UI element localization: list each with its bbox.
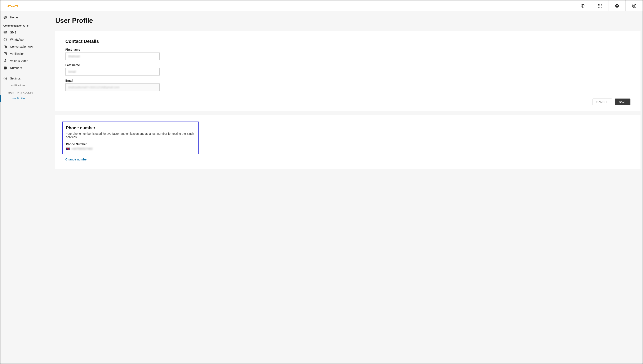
page-title: User Profile <box>55 17 640 24</box>
svg-rect-11 <box>601 7 601 8</box>
sidebar-item-settings[interactable]: Settings <box>1 75 47 82</box>
account-icon[interactable] <box>625 0 642 11</box>
svg-rect-7 <box>599 6 600 6</box>
svg-rect-20 <box>4 32 7 33</box>
svg-point-31 <box>5 78 6 79</box>
sidebar-item-conversation[interactable]: Conversation API <box>1 43 47 50</box>
sidebar-sub-section-identity: IDENTITY & ACCESS <box>1 88 47 95</box>
svg-point-23 <box>4 38 7 41</box>
last-name-label: Last name <box>65 64 630 67</box>
sinch-logo-icon <box>7 3 19 8</box>
top-header: ? <box>1 0 642 11</box>
sidebar-item-home[interactable]: Home <box>1 14 47 21</box>
sidebar-sub-user-profile[interactable]: User Profile <box>1 95 47 102</box>
first-name-field[interactable] <box>65 52 160 60</box>
svg-rect-8 <box>601 6 601 6</box>
cancel-button[interactable]: CANCEL <box>592 98 612 105</box>
change-number-link[interactable]: Change number <box>65 158 88 161</box>
conversation-icon <box>3 45 7 48</box>
sidebar-section-comm: Communication APIs <box>1 21 47 29</box>
phone-description: Your phone number is used for two-factor… <box>66 132 195 139</box>
phone-number-card: Phone number Your phone number is used f… <box>55 115 640 168</box>
sidebar-item-voice[interactable]: Voice & Video <box>1 57 47 64</box>
whatsapp-icon <box>3 38 7 42</box>
svg-rect-24 <box>4 52 7 55</box>
sidebar-item-label: Voice & Video <box>10 59 28 62</box>
svg-point-15 <box>633 4 635 6</box>
first-name-group: First name <box>65 48 630 60</box>
phone-value: +447590527482 <box>71 147 93 150</box>
last-name-field[interactable] <box>65 68 160 76</box>
sidebar-item-label: Verification <box>10 52 24 56</box>
gear-icon <box>3 76 7 80</box>
save-button[interactable]: SAVE <box>615 98 630 105</box>
email-field <box>65 84 160 91</box>
svg-rect-10 <box>599 7 600 8</box>
verification-icon <box>3 52 7 56</box>
sidebar-item-whatsapp[interactable]: WhatsApp <box>1 36 47 43</box>
svg-rect-25 <box>5 60 6 61</box>
contact-details-card: Contact Details First name Last name Ema… <box>55 31 640 111</box>
sms-icon <box>3 30 7 34</box>
sidebar-item-label: Conversation API <box>10 45 33 48</box>
globe-icon[interactable] <box>574 0 591 11</box>
svg-point-0 <box>8 6 9 7</box>
svg-rect-3 <box>598 4 599 5</box>
sidebar-item-label: Numbers <box>10 66 22 70</box>
sidebar-sub-notifications[interactable]: Notifications <box>1 82 47 88</box>
phone-value-row: +447590527482 <box>66 147 195 150</box>
help-icon[interactable]: ? <box>608 0 625 11</box>
apps-icon[interactable] <box>591 0 608 11</box>
svg-rect-6 <box>598 6 599 6</box>
app-frame: ? Home Communication APIs SMS <box>0 0 643 364</box>
sidebar-item-numbers[interactable]: Numbers <box>1 64 47 72</box>
sidebar-item-label: Settings <box>10 77 21 80</box>
sidebar-item-label: SMS <box>10 31 16 34</box>
sidebar-item-verification[interactable]: Verification <box>1 50 47 57</box>
last-name-group: Last name <box>65 64 630 76</box>
sidebar-item-label: WhatsApp <box>10 38 24 41</box>
email-label: Email <box>65 79 630 82</box>
contact-actions: CANCEL SAVE <box>65 98 630 105</box>
phone-label: Phone Number <box>66 142 195 146</box>
sidebar-item-sms[interactable]: SMS <box>1 29 47 36</box>
logo[interactable] <box>1 0 25 11</box>
home-icon <box>3 16 7 19</box>
svg-rect-9 <box>598 7 599 8</box>
sidebar-item-label: Home <box>10 16 18 19</box>
svg-text:?: ? <box>616 4 618 7</box>
numbers-icon <box>3 66 7 70</box>
uk-flag-icon <box>66 148 70 150</box>
email-group: Email <box>65 79 630 91</box>
header-icons: ? <box>574 0 642 11</box>
svg-point-1 <box>17 6 17 6</box>
phone-highlight-box: Phone number Your phone number is used f… <box>62 122 198 154</box>
phone-heading: Phone number <box>66 126 195 130</box>
sidebar: Home Communication APIs SMS WhatsApp Con… <box>1 11 47 364</box>
main-content: User Profile Contact Details First name … <box>47 11 642 364</box>
contact-heading: Contact Details <box>65 39 630 44</box>
voice-icon <box>3 59 7 63</box>
svg-point-16 <box>4 16 7 19</box>
first-name-label: First name <box>65 48 630 51</box>
svg-rect-4 <box>599 4 600 5</box>
svg-rect-26 <box>4 67 7 69</box>
svg-rect-5 <box>601 4 601 5</box>
